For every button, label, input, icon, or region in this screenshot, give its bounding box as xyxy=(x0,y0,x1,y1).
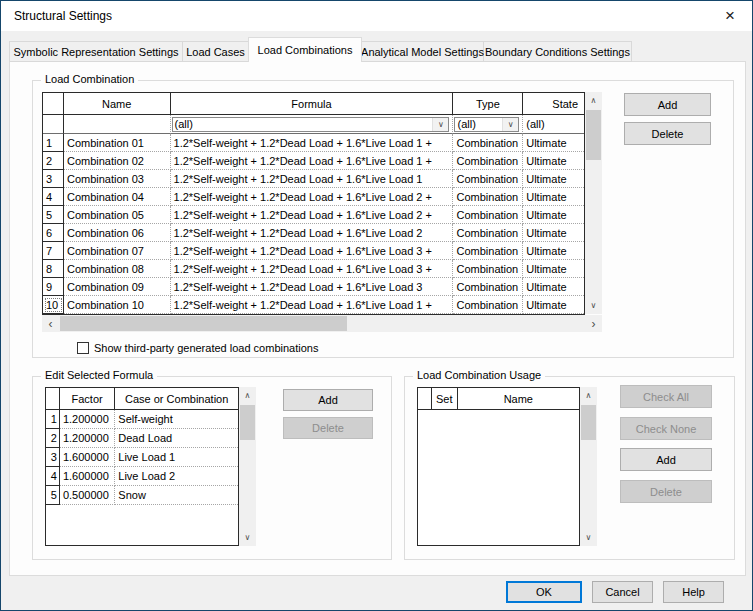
type-cell[interactable]: Combination xyxy=(453,152,523,170)
case-cell[interactable]: Self-weight xyxy=(115,410,238,429)
row-number-cell[interactable]: 1 xyxy=(46,410,60,429)
type-cell[interactable]: Combination xyxy=(453,278,523,296)
table-row-selected[interactable]: 10 Combination 10 1.2*Self-weight + 1.2*… xyxy=(43,296,584,314)
ok-button[interactable]: OK xyxy=(506,581,582,603)
scroll-up-icon[interactable]: ∧ xyxy=(585,92,602,109)
type-cell[interactable]: Combination xyxy=(453,134,523,152)
type-cell[interactable]: Combination xyxy=(453,188,523,206)
tab-analytical-model-settings[interactable]: Analytical Model Settings xyxy=(362,41,484,62)
table-row[interactable]: 8 Combination 08 1.2*Self-weight + 1.2*D… xyxy=(43,260,584,278)
load-combination-add-button[interactable]: Add xyxy=(624,93,711,116)
row-number-cell[interactable]: 8 xyxy=(43,260,64,278)
case-cell[interactable]: Live Load 2 xyxy=(115,467,238,486)
formula-cell[interactable]: 1.2*Self-weight + 1.2*Dead Load + 1.6*Li… xyxy=(171,296,454,314)
name-cell[interactable]: Combination 08 xyxy=(64,260,171,278)
table-row[interactable]: 2 Combination 02 1.2*Self-weight + 1.2*D… xyxy=(43,152,584,170)
row-number-cell[interactable]: 7 xyxy=(43,242,64,260)
formula-cell[interactable]: 1.2*Self-weight + 1.2*Dead Load + 1.6*Li… xyxy=(171,278,454,296)
formula-cell[interactable]: 1.2*Self-weight + 1.2*Dead Load + 1.6*Li… xyxy=(171,188,454,206)
vertical-scrollbar[interactable]: ∧ ∨ xyxy=(580,387,597,546)
row-number-cell[interactable]: 1 xyxy=(43,134,64,152)
horizontal-scrollbar[interactable]: ‹ › xyxy=(42,315,602,332)
name-cell[interactable]: Combination 05 xyxy=(64,206,171,224)
state-cell[interactable]: Ultimate xyxy=(523,206,584,224)
tab-load-combinations[interactable]: Load Combinations xyxy=(248,37,362,62)
table-row[interactable]: 3 1.600000 Live Load 1 xyxy=(46,448,238,467)
vertical-scrollbar[interactable]: ∧ ∨ xyxy=(239,387,256,546)
factor-cell[interactable]: 1.200000 xyxy=(60,410,115,429)
tab-load-cases[interactable]: Load Cases xyxy=(183,41,249,62)
usage-check-none-button[interactable]: Check None xyxy=(620,417,712,440)
formula-cell[interactable]: 1.2*Self-weight + 1.2*Dead Load + 1.6*Li… xyxy=(171,242,454,260)
name-cell[interactable]: Combination 10 xyxy=(64,296,171,314)
scroll-down-icon[interactable]: ∨ xyxy=(580,529,597,546)
case-cell[interactable]: Live Load 1 xyxy=(115,448,238,467)
table-row[interactable]: 5 Combination 05 1.2*Self-weight + 1.2*D… xyxy=(43,206,584,224)
table-row[interactable]: 3 Combination 03 1.2*Self-weight + 1.2*D… xyxy=(43,170,584,188)
scrollbar-thumb[interactable] xyxy=(60,316,347,331)
type-cell[interactable]: Combination xyxy=(453,296,523,314)
scrollbar-thumb[interactable] xyxy=(581,405,596,440)
row-number-cell[interactable]: 3 xyxy=(43,170,64,188)
row-number-cell[interactable]: 4 xyxy=(43,188,64,206)
name-cell[interactable]: Combination 07 xyxy=(64,242,171,260)
row-number-cell[interactable]: 2 xyxy=(43,152,64,170)
row-number-cell[interactable]: 3 xyxy=(46,448,60,467)
row-number-cell[interactable]: 4 xyxy=(46,467,60,486)
cancel-button[interactable]: Cancel xyxy=(592,581,653,603)
state-filter-cell[interactable]: (all) xyxy=(523,115,584,134)
formula-cell[interactable]: 1.2*Self-weight + 1.2*Dead Load + 1.6*Li… xyxy=(171,170,454,188)
type-cell[interactable]: Combination xyxy=(453,242,523,260)
table-row[interactable]: 4 Combination 04 1.2*Self-weight + 1.2*D… xyxy=(43,188,584,206)
table-row[interactable]: 1 Combination 01 1.2*Self-weight + 1.2*D… xyxy=(43,134,584,152)
scroll-left-icon[interactable]: ‹ xyxy=(42,315,59,332)
table-row[interactable]: 6 Combination 06 1.2*Self-weight + 1.2*D… xyxy=(43,224,584,242)
formula-cell[interactable]: 1.2*Self-weight + 1.2*Dead Load + 1.6*Li… xyxy=(171,224,454,242)
state-cell[interactable]: Ultimate xyxy=(523,152,584,170)
table-row[interactable]: 5 0.500000 Snow xyxy=(46,486,238,505)
table-row[interactable]: 7 Combination 07 1.2*Self-weight + 1.2*D… xyxy=(43,242,584,260)
table-row[interactable]: 2 1.200000 Dead Load xyxy=(46,429,238,448)
tab-boundary-conditions-settings[interactable]: Boundary Conditions Settings xyxy=(484,41,632,62)
type-cell[interactable]: Combination xyxy=(453,224,523,242)
scroll-right-icon[interactable]: › xyxy=(585,315,602,332)
formula-filter-combobox[interactable]: (all) ∨ xyxy=(172,117,450,132)
row-number-cell[interactable]: 6 xyxy=(43,224,64,242)
usage-check-all-button[interactable]: Check All xyxy=(620,385,712,408)
state-cell[interactable]: Ultimate xyxy=(523,188,584,206)
row-number-cell[interactable]: 5 xyxy=(43,206,64,224)
formula-cell[interactable]: 1.2*Self-weight + 1.2*Dead Load + 1.6*Li… xyxy=(171,134,454,152)
name-filter-cell[interactable] xyxy=(64,115,171,134)
row-number-cell[interactable]: 5 xyxy=(46,486,60,505)
state-cell[interactable]: Ultimate xyxy=(523,134,584,152)
name-cell[interactable]: Combination 06 xyxy=(64,224,171,242)
type-cell[interactable]: Combination xyxy=(453,170,523,188)
factor-cell[interactable]: 0.500000 xyxy=(60,486,115,505)
scrollbar-thumb[interactable] xyxy=(586,110,601,160)
help-button[interactable]: Help xyxy=(663,581,724,603)
case-cell[interactable]: Dead Load xyxy=(115,429,238,448)
state-cell[interactable]: Ultimate xyxy=(523,242,584,260)
formula-cell[interactable]: 1.2*Self-weight + 1.2*Dead Load + 1.6*Li… xyxy=(171,260,454,278)
type-filter-combobox[interactable]: (all) ∨ xyxy=(454,117,519,132)
state-cell[interactable]: Ultimate xyxy=(523,278,584,296)
scroll-up-icon[interactable]: ∧ xyxy=(580,387,597,404)
factor-cell[interactable]: 1.200000 xyxy=(60,429,115,448)
state-cell[interactable]: Ultimate xyxy=(523,260,584,278)
state-cell[interactable]: Ultimate xyxy=(523,296,584,314)
chevron-down-icon[interactable]: ∨ xyxy=(502,118,518,131)
table-row[interactable]: 4 1.600000 Live Load 2 xyxy=(46,467,238,486)
edit-formula-add-button[interactable]: Add xyxy=(283,389,373,411)
name-cell[interactable]: Combination 01 xyxy=(64,134,171,152)
scroll-down-icon[interactable]: ∨ xyxy=(239,529,256,546)
state-cell[interactable]: Ultimate xyxy=(523,224,584,242)
name-cell[interactable]: Combination 04 xyxy=(64,188,171,206)
vertical-scrollbar[interactable]: ∧ ∨ xyxy=(585,92,602,314)
row-number-cell[interactable]: 9 xyxy=(43,278,64,296)
show-third-party-checkbox[interactable] xyxy=(77,342,89,354)
name-cell[interactable]: Combination 03 xyxy=(64,170,171,188)
factor-cell[interactable]: 1.600000 xyxy=(60,448,115,467)
tab-symbolic-representation-settings[interactable]: Symbolic Representation Settings xyxy=(9,41,183,62)
row-number-cell[interactable]: 2 xyxy=(46,429,60,448)
formula-cell[interactable]: 1.2*Self-weight + 1.2*Dead Load + 1.6*Li… xyxy=(171,206,454,224)
